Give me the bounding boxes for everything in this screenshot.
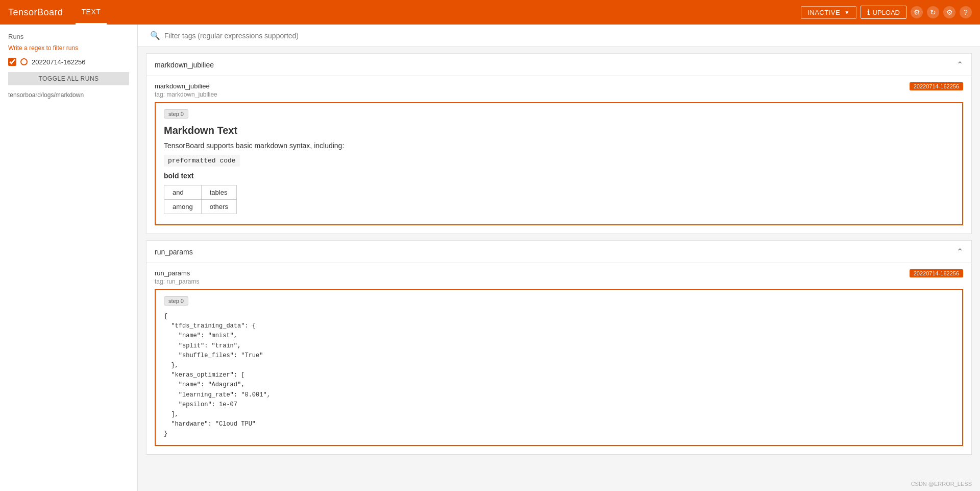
filter-bar: 🔍 [138, 25, 980, 47]
person-icon[interactable]: ⚙ [911, 6, 923, 18]
chevron-up-icon-2[interactable]: ⌃ [957, 247, 963, 256]
md-table: and tables among others [164, 185, 237, 214]
content-box-markdown: step 0 Markdown Text TensorBoard support… [155, 102, 963, 225]
log-path: tensorboard/logs/markdown [0, 89, 137, 101]
table-row: among others [164, 200, 237, 214]
top-navigation: TensorBoard TEXT INACTIVE ▼ ℹ UPLOAD ⚙ ↻… [0, 0, 980, 25]
toggle-all-runs-button[interactable]: TOGGLE ALL RUNS [8, 72, 129, 85]
table-row: and tables [164, 185, 237, 200]
app-brand: TensorBoard [8, 7, 63, 18]
md-heading: Markdown Text [164, 125, 954, 136]
section-title-markdown: markdown_jubiliee [155, 61, 214, 69]
table-cell: and [164, 185, 202, 200]
tab-text[interactable]: TEXT [76, 0, 107, 25]
section-run-params: run_params ⌃ run_params tag: run_params … [146, 240, 972, 455]
settings-icon[interactable]: ⚙ [943, 6, 955, 18]
run-checkbox[interactable] [8, 58, 16, 66]
refresh-icon[interactable]: ↻ [927, 6, 939, 18]
search-icon: 🔍 [150, 31, 160, 40]
step-badge-run-params: step 0 [164, 296, 188, 306]
step-badge-markdown: step 0 [164, 109, 188, 119]
md-para: TensorBoard supports basic markdown synt… [164, 142, 954, 150]
run-card-title-run-params: run_params [155, 269, 199, 277]
chevron-up-icon[interactable]: ⌃ [957, 60, 963, 69]
run-card-markdown: markdown_jubiliee tag: markdown_jubiliee… [146, 76, 971, 98]
run-badge-run-params: 20220714-162256 [910, 269, 963, 277]
run-badge-markdown: 20220714-162256 [910, 82, 963, 90]
run-name: 20220714-162256 [32, 58, 86, 66]
info-icon: ℹ [867, 8, 870, 16]
upload-button[interactable]: ℹ UPLOAD [861, 6, 906, 19]
section-markdown-jubiliee: markdown_jubiliee ⌃ markdown_jubiliee ta… [146, 53, 972, 234]
run-card-run-params: run_params tag: run_params 20220714-1622… [146, 263, 971, 285]
json-content: { "tfds_training_data": { "name": "mnist… [164, 312, 954, 439]
runs-label: Runs [0, 33, 137, 44]
md-bold: bold text [164, 172, 954, 180]
help-icon[interactable]: ? [960, 6, 972, 18]
sidebar: Runs Write a regex to filter runs 202207… [0, 25, 138, 491]
run-card-tag-run-params: tag: run_params [155, 278, 199, 285]
run-color-indicator [20, 58, 28, 65]
run-card-tag-markdown: tag: markdown_jubiliee [155, 91, 217, 98]
chevron-down-icon: ▼ [844, 10, 849, 15]
watermark: CSDN @ERROR_LESS [911, 481, 972, 487]
filter-input[interactable] [164, 32, 968, 40]
topnav-actions: INACTIVE ▼ ℹ UPLOAD ⚙ ↻ ⚙ ? [801, 6, 972, 19]
run-row: 20220714-162256 [0, 56, 137, 68]
table-cell: tables [201, 185, 236, 200]
md-code: preformatted code [164, 155, 240, 167]
section-header-markdown[interactable]: markdown_jubiliee ⌃ [146, 54, 971, 76]
run-card-title-markdown: markdown_jubiliee [155, 82, 217, 90]
inactive-dropdown[interactable]: INACTIVE ▼ [801, 6, 856, 19]
filter-runs-label[interactable]: Write a regex to filter runs [0, 44, 137, 56]
main-content: 🔍 markdown_jubiliee ⌃ markdown_jubiliee … [138, 25, 980, 491]
table-cell: others [201, 200, 236, 214]
content-box-run-params: step 0 { "tfds_training_data": { "name":… [155, 289, 963, 446]
section-header-run-params[interactable]: run_params ⌃ [146, 241, 971, 263]
table-cell: among [164, 200, 202, 214]
section-title-run-params: run_params [155, 248, 193, 256]
